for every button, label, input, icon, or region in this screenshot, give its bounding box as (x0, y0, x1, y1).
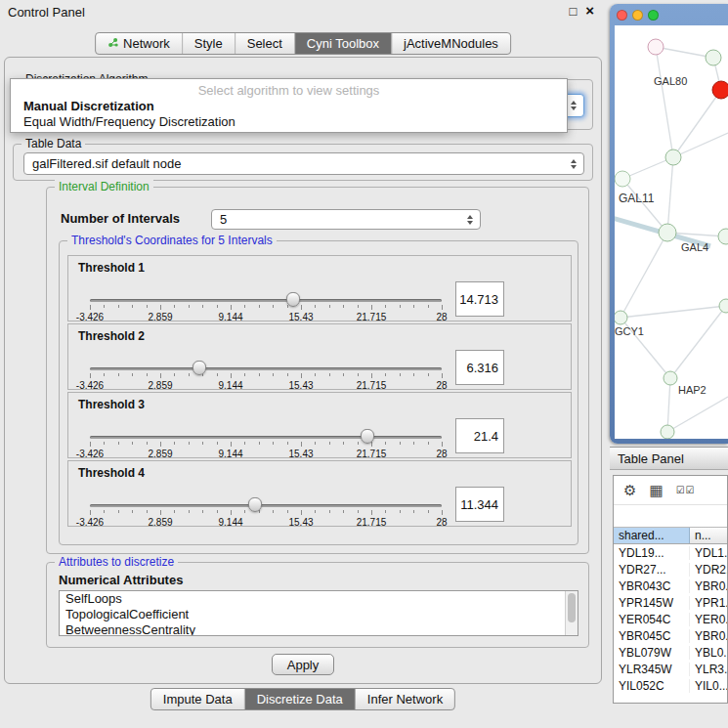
network-node[interactable] (719, 299, 728, 313)
gear-icon[interactable]: ⚙ (623, 483, 636, 497)
network-node[interactable] (661, 425, 674, 439)
slider-track[interactable] (90, 504, 442, 507)
network-graph[interactable]: GAL80GAL11GAL4GCY1HAP2 (615, 25, 728, 439)
close-icon[interactable]: × (585, 4, 594, 19)
slider-track[interactable] (90, 436, 442, 439)
table-cell[interactable]: YDL1... (690, 546, 727, 560)
apply-button[interactable]: Apply (272, 654, 334, 675)
num-intervals-combobox[interactable]: 5 (211, 209, 481, 230)
network-node[interactable] (615, 311, 627, 324)
table-cell[interactable]: YER054C (614, 613, 690, 626)
network-edge[interactable] (621, 233, 667, 318)
list-item[interactable]: SelfLoops (60, 591, 578, 607)
slider-track[interactable] (90, 367, 442, 370)
network-node[interactable] (664, 371, 677, 385)
table-cell[interactable]: YBR0... (690, 579, 727, 593)
network-edge[interactable] (667, 378, 670, 432)
tab-discretize-data[interactable]: Discretize Data (245, 689, 356, 709)
network-canvas[interactable]: GAL80GAL11GAL4GCY1HAP2 (615, 25, 728, 439)
table-cell[interactable]: YLR3... (690, 663, 727, 676)
top-tab-bar: Network Style Select Cyni Toolbox jActiv… (95, 32, 511, 55)
table-cell[interactable]: YLR345W (614, 663, 690, 676)
table-row[interactable]: YBL079WYBL0... (614, 644, 727, 661)
threshold-value-input[interactable]: 11.344 (455, 487, 504, 522)
tab-label: jActiveMNodules (404, 36, 498, 51)
table-row[interactable]: YBR043CYBR0... (614, 578, 727, 594)
list-scrollbar[interactable] (565, 591, 578, 635)
network-edge[interactable] (670, 306, 726, 378)
network-view-window: GAL80GAL11GAL4GCY1HAP2 (610, 4, 728, 444)
dropdown-option-manual[interactable]: Manual Discretization (11, 98, 567, 113)
network-edge[interactable] (656, 47, 713, 58)
network-edge[interactable] (667, 397, 728, 432)
tab-impute-data[interactable]: Impute Data (151, 689, 245, 709)
table-cell[interactable]: YDL19... (614, 546, 690, 560)
table-cell[interactable]: YDR27... (614, 563, 690, 577)
table-cell[interactable]: YPR145W (614, 596, 690, 610)
network-node[interactable] (648, 39, 664, 55)
table-row[interactable]: YDR27...YDR2... (614, 561, 727, 578)
threshold-value-input[interactable]: 6.316 (455, 350, 504, 385)
slider-thumb[interactable] (193, 361, 206, 375)
threshold-slider[interactable]: -3.4262.8599.14415.4321.71528 (90, 354, 442, 391)
scrollbar-thumb[interactable] (568, 593, 576, 622)
table-cell[interactable]: YBL079W (614, 646, 690, 660)
table-cell[interactable]: YIL052C (614, 679, 690, 693)
network-edge[interactable] (621, 306, 726, 318)
network-node[interactable] (706, 50, 721, 65)
minimize-traffic-light-icon[interactable] (632, 10, 643, 21)
network-node[interactable] (659, 224, 676, 241)
network-edge[interactable] (656, 47, 673, 157)
table-row[interactable]: YBR045CYBR0... (614, 627, 727, 644)
network-node[interactable] (718, 229, 728, 244)
tab-select[interactable]: Select (236, 33, 295, 54)
threshold-label: Threshold 2 (78, 329, 145, 343)
network-node[interactable] (665, 150, 681, 165)
tab-cyni-toolbox[interactable]: Cyni Toolbox (295, 33, 392, 54)
tab-infer-network[interactable]: Infer Network (356, 689, 454, 709)
table-cell[interactable]: YDR2... (690, 563, 727, 577)
table-header-row: shared... n... (614, 527, 727, 544)
threshold-value-input[interactable]: 21.4 (455, 418, 504, 453)
slider-thumb[interactable] (286, 292, 300, 307)
tab-label: Impute Data (163, 692, 233, 707)
columns-icon[interactable]: ▦ (649, 483, 663, 497)
table-cell[interactable]: YIL0... (690, 679, 727, 693)
tab-network[interactable]: Network (96, 33, 183, 54)
table-cell[interactable]: YPR1... (690, 596, 727, 610)
table-cell[interactable]: YBL0... (690, 646, 727, 660)
list-item[interactable]: BetweennessCentrality (60, 622, 578, 636)
table-cell[interactable]: YBR045C (614, 629, 690, 643)
dropdown-option-equal-width[interactable]: Equal Width/Frequency Discretization (11, 113, 567, 129)
network-node[interactable] (615, 171, 630, 187)
tab-style[interactable]: Style (183, 33, 236, 54)
table-row[interactable]: YER054CYER0... (614, 611, 727, 627)
network-edge[interactable] (667, 157, 673, 233)
table-data-combobox[interactable]: galFiltered.sif default node (23, 152, 584, 175)
table-cell[interactable]: YBR0... (690, 629, 727, 643)
table-cell[interactable]: YBR043C (614, 579, 690, 593)
threshold-slider[interactable]: -3.4262.8599.14415.4321.71528 (90, 491, 442, 528)
network-node[interactable] (712, 81, 728, 99)
slider-track[interactable] (90, 299, 442, 302)
table-row[interactable]: YDL19...YDL1... (614, 544, 727, 561)
threshold-slider[interactable]: -3.4262.8599.14415.4321.71528 (90, 285, 442, 322)
tab-jactivemodules[interactable]: jActiveMNodules (392, 33, 510, 54)
zoom-traffic-light-icon[interactable] (648, 10, 659, 21)
table-cell[interactable]: YER0... (690, 613, 727, 626)
table-row[interactable]: YLR345WYLR3... (614, 661, 727, 677)
table-row[interactable]: YPR145WYPR1... (614, 594, 727, 611)
float-window-icon[interactable]: □ (569, 4, 577, 19)
threshold-slider[interactable]: -3.4262.8599.14415.4321.71528 (90, 422, 442, 459)
combobox-value: galFiltered.sif default node (32, 156, 181, 171)
select-columns-icon[interactable]: ☑☑ (676, 483, 696, 497)
list-item[interactable]: TopologicalCoefficient (60, 607, 578, 622)
node-label: GCY1 (615, 325, 644, 337)
threshold-value-input[interactable]: 14.713 (455, 281, 504, 317)
table-row[interactable]: YIL052CYIL0... (614, 677, 727, 694)
column-header-shared-name[interactable]: shared... (614, 528, 690, 543)
slider-thumb[interactable] (248, 497, 262, 512)
panel-title: Control Panel (8, 5, 85, 20)
close-traffic-light-icon[interactable] (617, 10, 627, 21)
column-header-name[interactable]: n... (690, 528, 727, 543)
